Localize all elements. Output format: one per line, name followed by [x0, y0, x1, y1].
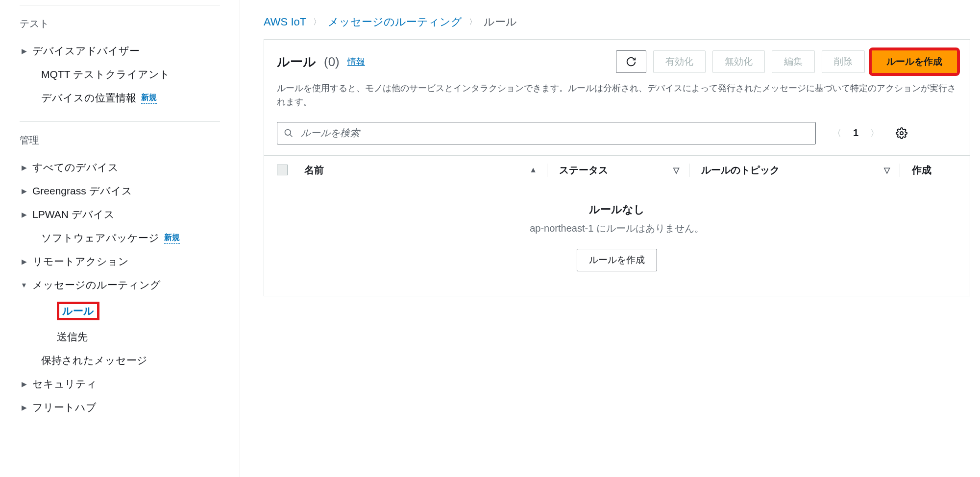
column-label: 名前 — [304, 164, 324, 177]
page-number: 1 — [853, 127, 858, 139]
sidebar-item-message-routing[interactable]: ▼ メッセージのルーティング — [20, 273, 220, 297]
filter-row: 〈 1 〉 — [264, 122, 970, 155]
caret-right-icon: ▶ — [21, 164, 27, 171]
svg-point-2 — [900, 132, 903, 135]
column-label: ルールのトピック — [701, 164, 780, 177]
caret-right-icon: ▶ — [21, 258, 27, 265]
sort-asc-icon: ▲ — [529, 166, 537, 174]
search-wrap — [277, 122, 816, 144]
caret-right-icon: ▶ — [21, 380, 27, 388]
column-label: 作成 — [912, 164, 931, 177]
sidebar-item-destinations[interactable]: 送信先 — [20, 325, 220, 349]
caret-right-icon: ▶ — [21, 211, 27, 218]
sidebar-item-device-advisor[interactable]: ▶ デバイスアドバイザー — [20, 39, 220, 63]
sidebar-item-label: デバイスの位置情報 — [41, 91, 136, 105]
column-topic[interactable]: ルールのトピック ▽ — [689, 164, 900, 177]
sidebar-item-software-packages[interactable]: ソフトウェアパッケージ 新規 — [20, 226, 220, 250]
refresh-button[interactable] — [616, 50, 646, 73]
sort-icon: ▽ — [673, 166, 679, 175]
column-created[interactable]: 作成 — [900, 164, 957, 177]
refresh-icon — [626, 56, 637, 67]
sidebar-item-label: デバイスアドバイザー — [32, 44, 140, 58]
caret-right-icon: ▶ — [21, 404, 27, 411]
sidebar-item-all-devices[interactable]: ▶ すべてのデバイス — [20, 156, 220, 179]
empty-subtitle: ap-northeast-1 にルールはありません。 — [264, 222, 970, 235]
sidebar-item-label: リモートアクション — [32, 255, 129, 268]
new-badge: 新規 — [164, 233, 180, 244]
sidebar-section-manage: 管理 — [20, 134, 220, 147]
divider — [20, 5, 220, 5]
sidebar: テスト ▶ デバイスアドバイザー MQTT テストクライアント デバイスの位置情… — [0, 0, 240, 477]
chevron-right-icon: 〉 — [469, 17, 477, 27]
sidebar-item-label: ソフトウェアパッケージ — [41, 231, 159, 245]
sidebar-item-remote-actions[interactable]: ▶ リモートアクション — [20, 250, 220, 273]
search-input[interactable] — [277, 122, 816, 144]
column-status[interactable]: ステータス ▽ — [547, 164, 689, 177]
table-header-row: 名前 ▲ ステータス ▽ ルールのトピック ▽ 作成 — [264, 155, 970, 185]
settings-button[interactable] — [896, 127, 907, 139]
search-icon — [284, 128, 294, 138]
sidebar-item-label: すべてのデバイス — [32, 161, 119, 174]
breadcrumb: AWS IoT 〉 メッセージのルーティング 〉 ルール — [264, 15, 970, 29]
breadcrumb-current: ルール — [484, 15, 517, 29]
column-name[interactable]: 名前 ▲ — [304, 164, 547, 177]
empty-state: ルールなし ap-northeast-1 にルールはありません。 ルールを作成 — [264, 185, 970, 296]
sidebar-item-greengrass[interactable]: ▶ Greengrass デバイス — [20, 179, 220, 203]
sidebar-item-label: フリートハブ — [32, 401, 97, 414]
rules-panel: ルール (0) 情報 有効化 無効化 編集 削除 ルールを作成 ルールを使用する… — [264, 39, 970, 296]
svg-point-0 — [285, 129, 291, 135]
pagination: 〈 1 〉 — [830, 125, 882, 141]
panel-header: ルール (0) 情報 有効化 無効化 編集 削除 ルールを作成 ルールを使用する… — [264, 40, 970, 122]
sidebar-item-label: LPWAN デバイス — [32, 208, 115, 221]
rule-count: (0) — [324, 54, 340, 70]
next-page-button[interactable]: 〉 — [867, 125, 882, 141]
sidebar-item-security[interactable]: ▶ セキュリティ — [20, 372, 220, 396]
sidebar-item-retained-messages[interactable]: 保持されたメッセージ — [20, 349, 220, 372]
chevron-right-icon: 〉 — [313, 17, 321, 27]
column-label: ステータス — [559, 164, 608, 177]
sort-icon: ▽ — [884, 166, 890, 175]
breadcrumb-aws-iot[interactable]: AWS IoT — [264, 16, 306, 28]
disable-button[interactable]: 無効化 — [712, 50, 765, 73]
delete-button[interactable]: 削除 — [822, 50, 865, 73]
select-all-checkbox[interactable] — [277, 165, 304, 175]
svg-line-1 — [290, 134, 293, 137]
sidebar-item-device-location[interactable]: デバイスの位置情報 新規 — [20, 86, 220, 110]
sidebar-item-label: Greengrass デバイス — [32, 184, 132, 198]
empty-title: ルールなし — [264, 202, 970, 217]
info-link[interactable]: 情報 — [347, 56, 365, 68]
enable-button[interactable]: 有効化 — [653, 50, 706, 73]
sidebar-item-label: MQTT テストクライアント — [41, 68, 170, 81]
empty-create-rule-button[interactable]: ルールを作成 — [577, 249, 657, 271]
breadcrumb-message-routing[interactable]: メッセージのルーティング — [328, 15, 462, 29]
sidebar-item-fleet-hub[interactable]: ▶ フリートハブ — [20, 396, 220, 419]
divider — [20, 121, 220, 122]
sidebar-item-rules[interactable]: ルール — [20, 297, 220, 325]
new-badge: 新規 — [141, 93, 157, 104]
prev-page-button[interactable]: 〈 — [830, 125, 844, 141]
sidebar-item-label: ルール — [57, 302, 99, 320]
sidebar-section-test: テスト — [20, 17, 220, 30]
gear-icon — [896, 127, 907, 139]
caret-down-icon: ▼ — [21, 281, 27, 289]
caret-right-icon: ▶ — [21, 187, 27, 195]
edit-button[interactable]: 編集 — [772, 50, 815, 73]
create-rule-button[interactable]: ルールを作成 — [872, 50, 957, 73]
sidebar-item-label: 送信先 — [57, 330, 88, 344]
main-content: AWS IoT 〉 メッセージのルーティング 〉 ルール ルール (0) 情報 … — [240, 0, 980, 477]
sidebar-item-label: メッセージのルーティング — [32, 278, 161, 292]
sidebar-item-label: 保持されたメッセージ — [41, 354, 147, 367]
sidebar-item-mqtt-test-client[interactable]: MQTT テストクライアント — [20, 63, 220, 86]
sidebar-item-lpwan[interactable]: ▶ LPWAN デバイス — [20, 203, 220, 226]
caret-right-icon: ▶ — [21, 47, 27, 55]
sidebar-item-label: セキュリティ — [32, 377, 97, 391]
page-title: ルール — [277, 53, 316, 71]
panel-description: ルールを使用すると、モノは他のサービスとインタラクションできます。ルールは分析さ… — [277, 82, 957, 109]
